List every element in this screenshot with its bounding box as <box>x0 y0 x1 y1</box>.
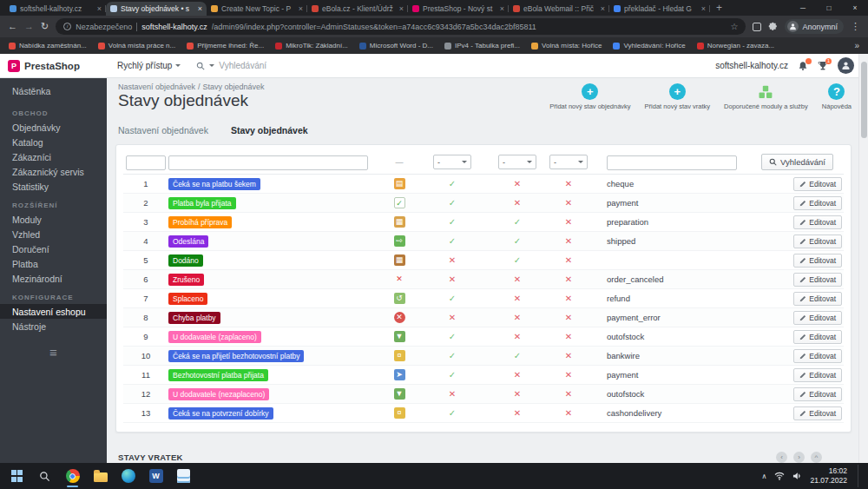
edit-button[interactable]: Editovat <box>793 311 842 325</box>
bookmarks-overflow-icon[interactable]: » <box>854 41 859 50</box>
check-icon[interactable]: ✓ <box>449 332 456 341</box>
scroll-top-button[interactable]: ^ <box>811 452 822 463</box>
cross-icon[interactable]: ✕ <box>565 236 572 246</box>
check-icon[interactable]: ✓ <box>449 217 456 227</box>
edit-button[interactable]: Editovat <box>793 368 842 382</box>
taskbar-clock[interactable]: 16:02 21.07.2022 <box>810 466 847 486</box>
browser-tab[interactable]: Stavy objednávek • s× <box>106 2 207 16</box>
check-icon[interactable]: ✓ <box>514 351 521 360</box>
filter-template-input[interactable] <box>607 155 737 170</box>
browser-tab[interactable]: překladač - Hledat G× <box>609 2 710 16</box>
browser-tab[interactable]: eBola.cz - Klient/Údrž× <box>307 2 408 16</box>
header-action[interactable]: +Přidat nový stav vratky <box>645 83 710 110</box>
tray-expand-icon[interactable]: ∧ <box>762 472 767 480</box>
filter-invoice-select[interactable]: - <box>549 155 588 169</box>
tab-close-icon[interactable]: × <box>399 4 404 13</box>
browser-tab[interactable]: PrestaShop - Nový st× <box>408 2 509 16</box>
network-icon[interactable] <box>774 468 785 484</box>
cross-icon[interactable]: ✕ <box>514 332 521 341</box>
bookmark-item[interactable]: IPv4 - Tabulka prefi... <box>444 42 520 50</box>
cross-icon[interactable]: ✕ <box>565 198 572 208</box>
cross-icon[interactable]: ✕ <box>565 332 572 341</box>
cross-icon[interactable]: ✕ <box>449 389 456 399</box>
bookmark-item[interactable]: Volná místa práce n... <box>98 42 175 50</box>
sidebar-item-dashboard[interactable]: Nástěnka <box>0 78 107 102</box>
check-icon[interactable]: ✓ <box>449 408 456 418</box>
sidebar-item[interactable]: Objednávky <box>0 120 107 135</box>
address-bar[interactable]: i Nezabezpečeno softshell-kalhoty.cz /ad… <box>56 18 746 35</box>
header-action[interactable]: +Přidat nový stav objednávky <box>549 83 630 110</box>
browser-profile[interactable]: Anonymní <box>785 19 844 34</box>
reload-icon[interactable]: ↻ <box>41 22 49 31</box>
browser-menu-icon[interactable]: ⋮ <box>851 21 860 32</box>
cross-icon[interactable]: ✕ <box>565 313 572 322</box>
bookmark-item[interactable]: Norwegian - zavaza... <box>697 42 774 50</box>
cross-icon[interactable]: ✕ <box>565 389 572 399</box>
taskbar-word-icon[interactable]: W <box>144 465 168 488</box>
check-icon[interactable]: ✓ <box>514 236 521 246</box>
forward-icon[interactable]: → <box>24 22 34 31</box>
admin-search-input[interactable]: Vyhledávání <box>196 61 266 70</box>
tab-close-icon[interactable]: × <box>299 4 303 13</box>
scroll-left-button[interactable]: ‹ <box>776 452 787 463</box>
check-icon[interactable]: ✓ <box>449 198 456 208</box>
header-action[interactable]: Doporučené moduly a služby <box>724 83 808 110</box>
bookmark-item[interactable]: Vyhledávání: Hořice <box>613 42 685 50</box>
sidebar-item[interactable]: Mezinárodní <box>0 271 107 286</box>
breadcrumb-parent[interactable]: Nastavení objednávek <box>118 83 195 91</box>
cross-icon[interactable]: ✕ <box>514 389 521 399</box>
cross-icon[interactable]: ✕ <box>565 408 572 418</box>
tab-stavy-objedn-vek[interactable]: Stavy objednávek <box>231 125 308 135</box>
taskbar-notes-icon[interactable] <box>172 465 195 488</box>
tab-close-icon[interactable]: × <box>97 4 102 13</box>
edit-button[interactable]: Editovat <box>793 387 842 401</box>
edit-button[interactable]: Editovat <box>793 235 842 248</box>
sidebar-item[interactable]: Nástroje <box>0 319 107 334</box>
bookmark-item[interactable]: Nabídka zaměstnán... <box>9 42 87 50</box>
browser-tab[interactable]: eBola Webmail :: Přič× <box>509 2 609 16</box>
cross-icon[interactable]: ✕ <box>565 294 572 303</box>
tab-nastaven-objedn-vek[interactable]: Nastavení objednávek <box>118 125 208 135</box>
sidebar-item[interactable]: Moduly <box>0 212 107 227</box>
browser-tab[interactable]: softshell-kalhoty.cz× <box>5 2 106 16</box>
edit-button[interactable]: Editovat <box>793 273 842 287</box>
check-icon[interactable]: ✓ <box>449 236 456 246</box>
menu-collapse-icon[interactable]: ≡ <box>0 345 107 360</box>
notifications-bell-icon[interactable] <box>798 61 808 71</box>
cross-icon[interactable]: ✕ <box>565 217 572 227</box>
filter-email-select[interactable]: - <box>433 155 471 169</box>
edit-button[interactable]: Editovat <box>793 196 842 210</box>
filter-id-input[interactable] <box>126 155 166 170</box>
minimize-button[interactable]: ─ <box>790 0 816 16</box>
sidebar-item[interactable]: Katalog <box>0 135 107 149</box>
page-scrollbar[interactable] <box>858 54 868 463</box>
tab-close-icon[interactable]: × <box>701 4 706 13</box>
check-icon[interactable]: ✓ <box>449 179 456 188</box>
sidebar-item[interactable]: Platba <box>0 256 107 271</box>
tab-close-icon[interactable]: × <box>500 4 504 13</box>
edit-button[interactable]: Editovat <box>793 215 842 229</box>
filter-delivery-select[interactable]: - <box>498 155 536 169</box>
taskbar-edge-icon[interactable] <box>116 465 140 488</box>
cross-icon[interactable]: ✕ <box>565 255 572 265</box>
taskbar-explorer-icon[interactable] <box>89 465 112 488</box>
search-button[interactable]: Vyhledávání <box>761 154 833 170</box>
announcements-trophy-icon[interactable]: 1 <box>818 61 828 71</box>
check-icon[interactable]: ✓ <box>514 255 521 265</box>
cross-icon[interactable]: ✕ <box>449 274 456 284</box>
side-panel-icon[interactable] <box>753 23 761 31</box>
volume-icon[interactable] <box>792 468 802 484</box>
quick-access-dropdown[interactable]: Rychlý přístup <box>117 61 181 70</box>
cross-icon[interactable]: ✕ <box>514 294 521 303</box>
bookmark-star-icon[interactable]: ☆ <box>731 22 739 31</box>
check-icon[interactable]: ✓ <box>449 294 456 303</box>
bookmark-item[interactable]: Přijmeme ihned: Ře... <box>187 42 264 50</box>
taskbar-chrome-icon[interactable] <box>61 465 84 488</box>
site-info-icon[interactable]: i <box>63 23 71 30</box>
sidebar-item[interactable]: Zákaznický servis <box>0 164 107 179</box>
edit-button[interactable]: Editovat <box>793 292 842 306</box>
extensions-puzzle-icon[interactable] <box>768 19 778 35</box>
cross-icon[interactable]: ✕ <box>565 370 572 380</box>
cross-icon[interactable]: ✕ <box>514 274 521 284</box>
sidebar-item[interactable]: Doručení <box>0 241 107 256</box>
